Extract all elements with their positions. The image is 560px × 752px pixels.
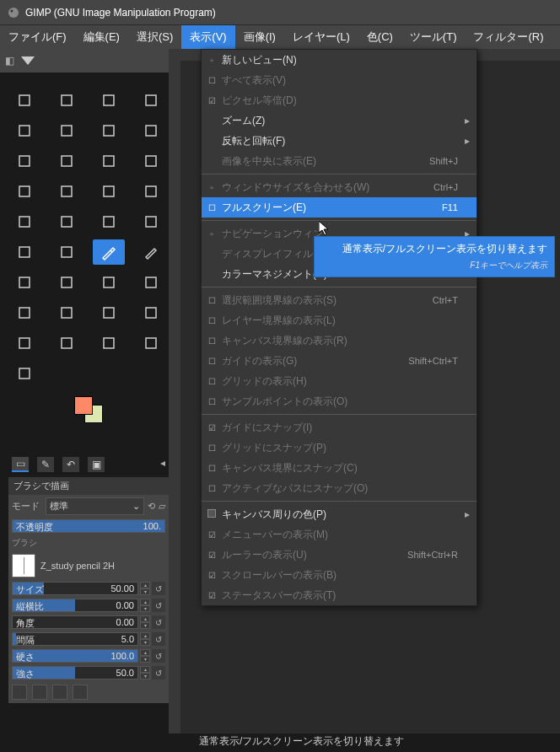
tool-ellipse-select[interactable] bbox=[135, 88, 167, 113]
tool-ink[interactable] bbox=[93, 270, 125, 295]
tool-warp[interactable] bbox=[93, 209, 125, 234]
menu-編集[interactable]: 編集(E) bbox=[75, 25, 128, 49]
menu-item[interactable]: ☑スクロールバーの表示(B) bbox=[202, 565, 477, 585]
tool-rect-select[interactable] bbox=[93, 88, 125, 113]
reset-角度[interactable]: ↺ bbox=[152, 615, 165, 629]
menu-item[interactable]: ☐キャンバス境界線の表示(R) bbox=[202, 330, 477, 351]
reset-縦横比[interactable]: ↺ bbox=[152, 599, 165, 612]
save-preset-button[interactable] bbox=[12, 685, 27, 700]
slider-強さ[interactable]: 強さ50.0 bbox=[12, 666, 138, 679]
menu-フィルター[interactable]: フィルター(R) bbox=[465, 25, 552, 49]
tool-gradient[interactable] bbox=[51, 239, 83, 265]
tab-menu-icon[interactable] bbox=[21, 56, 35, 65]
reset-硬さ[interactable]: ↺ bbox=[152, 649, 165, 663]
tool-flip[interactable] bbox=[8, 209, 40, 234]
dock-tab-undo[interactable]: ↶ bbox=[62, 457, 79, 472]
step-up[interactable]: ▴ bbox=[140, 582, 150, 588]
menu-item[interactable]: ☐すべて表示(V) bbox=[202, 70, 477, 90]
brush-preview[interactable] bbox=[12, 554, 35, 577]
dock-tab-images[interactable]: ▣ bbox=[88, 457, 105, 472]
menu-item[interactable]: ☑ステータスバーの表示(T) bbox=[202, 585, 477, 605]
delete-preset-button[interactable] bbox=[52, 685, 67, 700]
step-up[interactable]: ▴ bbox=[140, 666, 150, 673]
tool-blur[interactable] bbox=[93, 300, 125, 325]
tool-path[interactable] bbox=[51, 330, 83, 356]
step-up[interactable]: ▴ bbox=[140, 615, 150, 622]
tool-paintbrush[interactable] bbox=[93, 239, 125, 265]
menu-item[interactable]: ☐サンプルポイントの表示(O) bbox=[202, 391, 477, 411]
tool-color-picker[interactable] bbox=[93, 330, 125, 356]
menu-ツール[interactable]: ツール(T) bbox=[401, 25, 466, 49]
ruler-vertical[interactable] bbox=[169, 61, 180, 733]
tool-clone[interactable] bbox=[135, 270, 167, 295]
step-down[interactable]: ▾ bbox=[140, 588, 150, 595]
tool-cage[interactable] bbox=[51, 209, 83, 234]
tool-airbrush[interactable] bbox=[51, 270, 83, 295]
dock-detach-icon[interactable]: ◂ bbox=[160, 457, 165, 469]
reset-強さ[interactable]: ↺ bbox=[152, 666, 165, 679]
menu-item[interactable]: ☐グリッドの表示(H) bbox=[202, 371, 477, 391]
tool-heal[interactable] bbox=[8, 300, 40, 325]
menu-item[interactable]: ☐グリッドにスナップ(P) bbox=[202, 438, 477, 458]
tool-text[interactable] bbox=[135, 209, 167, 234]
tool-move[interactable] bbox=[8, 88, 40, 113]
tool-eraser[interactable] bbox=[8, 270, 40, 295]
tool-perspective-clone[interactable] bbox=[51, 300, 83, 325]
tool-foreground[interactable] bbox=[8, 148, 40, 174]
menu-item[interactable]: ☑ガイドにスナップ(I) bbox=[202, 417, 477, 438]
tool-scale[interactable] bbox=[135, 148, 167, 174]
tool-smudge[interactable] bbox=[135, 300, 167, 325]
tool-align[interactable] bbox=[51, 88, 83, 113]
menu-表示[interactable]: 表示(V) bbox=[181, 25, 234, 49]
step-down[interactable]: ▾ bbox=[140, 656, 150, 663]
foreground-color[interactable] bbox=[74, 396, 93, 415]
menu-item[interactable]: ☐キャンバス境界にスナップ(C) bbox=[202, 458, 477, 478]
menu-item[interactable]: キャンバス周りの色(P)▸ bbox=[202, 504, 477, 524]
tool-bucket[interactable] bbox=[8, 239, 40, 265]
dock-tab-tooloptions[interactable]: ▭ bbox=[12, 457, 29, 472]
step-down[interactable]: ▾ bbox=[140, 639, 150, 646]
step-up[interactable]: ▴ bbox=[140, 649, 150, 656]
menu-item[interactable]: ▫新しいビュー(N) bbox=[202, 50, 477, 70]
step-up[interactable]: ▴ bbox=[140, 632, 150, 639]
reset-サイズ[interactable]: ↺ bbox=[152, 582, 165, 595]
menu-色[interactable]: 色(C) bbox=[358, 25, 401, 49]
tool-scissors[interactable] bbox=[135, 118, 167, 143]
mode-erase-icon[interactable]: ▱ bbox=[159, 501, 165, 512]
tool-color-select[interactable] bbox=[93, 118, 125, 143]
mode-select[interactable]: 標準⌄ bbox=[46, 497, 144, 515]
tool-fuzzy-select[interactable] bbox=[51, 118, 83, 143]
slider-硬さ[interactable]: 硬さ100.0 bbox=[12, 649, 138, 663]
menu-item[interactable]: ☐ガイドの表示(G)Shift+Ctrl+T bbox=[202, 351, 477, 371]
dock-tab-device[interactable]: ✎ bbox=[37, 457, 54, 472]
opacity-slider[interactable]: 不透明度 100. bbox=[12, 519, 165, 533]
reset-preset-button[interactable] bbox=[73, 685, 88, 700]
menu-item[interactable]: 反転と回転(F)▸ bbox=[202, 131, 477, 151]
menu-item[interactable]: ☐アクティブなパスにスナップ(O) bbox=[202, 478, 477, 498]
menu-item[interactable]: ☑メニューバーの表示(M) bbox=[202, 524, 477, 545]
restore-preset-button[interactable] bbox=[32, 685, 47, 700]
menu-item[interactable]: ☐レイヤー境界線の表示(L) bbox=[202, 310, 477, 330]
tab-toolbox-icon[interactable]: ◧ bbox=[5, 55, 14, 67]
color-selector[interactable] bbox=[8, 396, 169, 423]
menu-item[interactable]: ☑ルーラーの表示(U)Shift+Ctrl+R bbox=[202, 545, 477, 565]
menu-item[interactable]: ☐選択範囲境界線の表示(S)Ctrl+T bbox=[202, 290, 477, 310]
slider-サイズ[interactable]: サイズ50.00 bbox=[12, 582, 138, 595]
tool-measure[interactable] bbox=[135, 330, 167, 356]
menu-item[interactable]: ▫ウィンドウサイズを合わせる(W)Ctrl+J bbox=[202, 177, 477, 197]
menu-item[interactable]: 画像を中央に表示(E)Shift+J bbox=[202, 151, 477, 171]
menu-レイヤー[interactable]: レイヤー(L) bbox=[284, 25, 358, 49]
tool-perspective[interactable] bbox=[51, 179, 83, 204]
menu-画像[interactable]: 画像(I) bbox=[235, 25, 284, 49]
step-down[interactable]: ▾ bbox=[140, 605, 150, 612]
mode-behind-icon[interactable]: ⟲ bbox=[148, 501, 155, 512]
tool-zoom[interactable] bbox=[8, 361, 40, 386]
tool-shear[interactable] bbox=[8, 179, 40, 204]
tool-rotate[interactable] bbox=[93, 148, 125, 174]
menu-ファイル[interactable]: ファイル(F) bbox=[0, 25, 75, 49]
step-down[interactable]: ▾ bbox=[140, 622, 150, 629]
step-up[interactable]: ▴ bbox=[140, 599, 150, 605]
tool-crop[interactable] bbox=[51, 148, 83, 174]
tool-pencil[interactable] bbox=[135, 239, 167, 265]
menu-選択[interactable]: 選択(S) bbox=[128, 25, 181, 49]
